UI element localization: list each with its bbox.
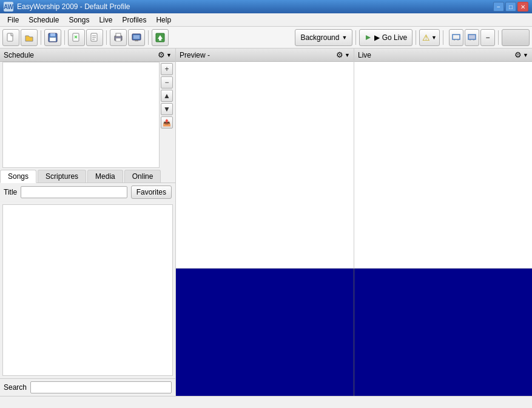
live-dropdown-icon[interactable]: ▼ xyxy=(523,52,528,58)
tab-songs[interactable]: Songs xyxy=(0,170,36,183)
edit-button[interactable] xyxy=(86,29,103,46)
schedule-add-button[interactable]: + xyxy=(161,63,173,75)
title-label: Title xyxy=(4,188,17,196)
svg-rect-3 xyxy=(50,38,56,41)
toolbar: Background ▼ ▶ Go Live ⚠ ▼ − xyxy=(0,27,532,48)
right-panels: Preview - ⚙ ▼ Live ⚙ ▼ xyxy=(176,48,532,396)
live-header: Live ⚙ ▼ xyxy=(354,48,532,62)
left-panel: Schedule ⚙ ▼ + − ▲ ▼ 📤 Songs Scriptures … xyxy=(0,48,176,396)
maximize-button[interactable]: □ xyxy=(505,2,516,12)
menu-help[interactable]: Help xyxy=(151,15,176,25)
svg-rect-16 xyxy=(135,40,138,41)
svg-rect-12 xyxy=(116,33,121,36)
monitor-btn-1[interactable] xyxy=(449,29,463,46)
background-button[interactable]: Background ▼ xyxy=(295,29,352,46)
toolbar-separator-4 xyxy=(148,30,149,45)
toolbar-separator-8 xyxy=(498,30,499,45)
go-live-label: ▶ Go Live xyxy=(374,33,407,42)
schedule-up-button[interactable]: ▲ xyxy=(161,90,173,102)
svg-marker-20 xyxy=(366,35,371,40)
tab-online[interactable]: Online xyxy=(124,170,161,182)
print-button[interactable] xyxy=(110,29,127,46)
panels-bottom xyxy=(176,269,532,396)
svg-rect-15 xyxy=(133,35,140,39)
toolbar-separator-7 xyxy=(443,30,443,45)
title-bar-buttons: − □ ✕ xyxy=(493,2,528,12)
svg-rect-24 xyxy=(468,35,476,39)
schedule-header-controls: ⚙ ▼ xyxy=(158,50,172,59)
schedule-remove-button[interactable]: − xyxy=(161,76,173,89)
menu-schedule[interactable]: Schedule xyxy=(24,15,64,25)
live-title: Live xyxy=(358,51,371,59)
monitor-btn-3-label: − xyxy=(485,33,490,42)
open-button[interactable] xyxy=(21,29,38,46)
status-bar xyxy=(0,396,532,408)
preview-dropdown-icon[interactable]: ▼ xyxy=(345,52,350,58)
preview-panel: Preview - ⚙ ▼ xyxy=(176,48,354,268)
title-text: EasyWorship 2009 - Default Profile xyxy=(17,2,130,11)
preview-header-controls: ⚙ ▼ xyxy=(336,50,350,59)
extra-button[interactable] xyxy=(502,29,530,46)
tab-scriptures[interactable]: Scriptures xyxy=(38,170,86,182)
svg-rect-13 xyxy=(116,38,121,41)
menu-songs[interactable]: Songs xyxy=(64,15,94,25)
monitor-button[interactable] xyxy=(128,29,145,46)
title-bar-left: AW EasyWorship 2009 - Default Profile xyxy=(4,2,130,12)
toolbar-separator-6 xyxy=(416,30,416,45)
schedule-down-button[interactable]: ▼ xyxy=(161,103,173,115)
minimize-button[interactable]: − xyxy=(493,2,504,12)
live-bottom-display xyxy=(354,269,532,396)
schedule-area: + − ▲ ▼ 📤 xyxy=(2,62,173,168)
close-button[interactable]: ✕ xyxy=(517,2,528,12)
schedule-header: Schedule ⚙ ▼ xyxy=(0,48,175,62)
live-content xyxy=(354,62,532,268)
title-bar: AW EasyWorship 2009 - Default Profile − … xyxy=(0,0,532,13)
panels-top: Preview - ⚙ ▼ Live ⚙ ▼ xyxy=(176,48,532,269)
schedule-gear-icon[interactable]: ⚙ xyxy=(158,50,165,59)
schedule-dropdown-icon[interactable]: ▼ xyxy=(166,52,172,58)
monitor-buttons: − xyxy=(449,29,495,46)
go-live-button[interactable]: ▶ Go Live xyxy=(359,29,412,46)
preview-header: Preview - ⚙ ▼ xyxy=(176,48,354,62)
toolbar-separator-3 xyxy=(106,30,107,45)
search-label: Search xyxy=(4,383,27,392)
live-header-controls: ⚙ ▼ xyxy=(514,50,528,59)
monitor-btn-2[interactable] xyxy=(465,29,479,46)
live-gear-icon[interactable]: ⚙ xyxy=(514,50,522,59)
toolbar-separator-5 xyxy=(355,30,356,45)
main-container: Schedule ⚙ ▼ + − ▲ ▼ 📤 Songs Scriptures … xyxy=(0,48,532,396)
schedule-send-button[interactable]: 📤 xyxy=(161,116,173,129)
svg-rect-2 xyxy=(50,33,55,36)
menu-profiles[interactable]: Profiles xyxy=(117,15,151,25)
save-button[interactable] xyxy=(44,29,61,46)
warn-dropdown-icon: ▼ xyxy=(431,35,437,41)
app-icon: AW xyxy=(4,2,13,12)
monitor-btn-3[interactable]: − xyxy=(480,29,495,46)
search-input[interactable] xyxy=(30,381,172,393)
warn-icon: ⚠ xyxy=(422,33,430,42)
favorites-button[interactable]: Favorites xyxy=(131,186,172,199)
preview-bottom-display xyxy=(176,269,354,396)
schedule-box xyxy=(2,62,160,168)
live-panel: Live ⚙ ▼ xyxy=(354,48,532,268)
menu-live[interactable]: Live xyxy=(94,15,117,25)
menu-bar: File Schedule Songs Live Profiles Help xyxy=(0,13,532,27)
toolbar-separator-1 xyxy=(41,30,41,45)
menu-file[interactable]: File xyxy=(2,15,24,25)
background-arrow: ▼ xyxy=(342,35,347,41)
schedule-side-buttons: + − ▲ ▼ 📤 xyxy=(160,62,173,168)
background-label: Background xyxy=(300,33,339,42)
warn-button[interactable]: ⚠ ▼ xyxy=(419,29,440,46)
tabs-row: Songs Scriptures Media Online xyxy=(0,168,175,183)
song-list[interactable] xyxy=(2,204,173,376)
preview-gear-icon[interactable]: ⚙ xyxy=(336,50,343,59)
tab-media[interactable]: Media xyxy=(87,170,123,182)
title-search-input[interactable] xyxy=(21,186,127,198)
svg-rect-21 xyxy=(453,35,460,39)
add-item-button[interactable] xyxy=(68,29,85,46)
songs-search-row: Title Favorites xyxy=(0,183,175,202)
import-button[interactable] xyxy=(152,29,169,46)
new-button[interactable] xyxy=(2,29,19,46)
toolbar-separator-2 xyxy=(64,30,65,45)
preview-title: Preview - xyxy=(180,51,210,59)
